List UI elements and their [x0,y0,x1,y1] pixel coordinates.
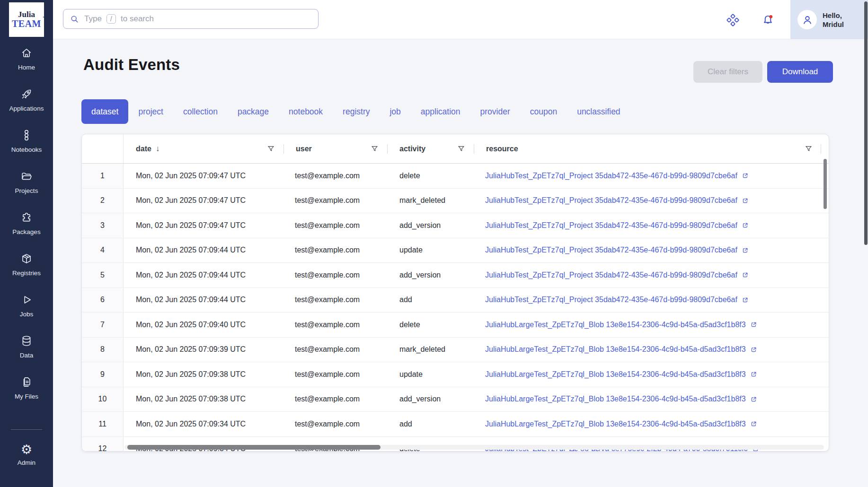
rocket-icon [20,88,33,102]
resource-link[interactable]: JuliaHubTest_ZpETz7ql_Project 35dab472-4… [485,172,737,180]
resource-link[interactable]: JuliaHubTest_ZpETz7ql_Project 35dab472-4… [485,246,737,254]
external-link-icon[interactable] [750,321,757,328]
page-title: Audit Events [83,56,180,74]
home-icon [20,47,33,61]
cell-date: Mon, 02 Jun 2025 07:09:47 UTC [124,189,283,213]
tab-registry[interactable]: registry [333,99,380,124]
table-row: 11 Mon, 02 Jun 2025 07:09:34 UTC test@ex… [82,412,829,437]
sidebar: Julia TEAM Home Applications Notebooks P… [0,0,53,487]
cell-resource: JuliaHubLargeTest_ZpETz7ql_Blob 13e8e154… [474,387,829,412]
resource-link[interactable]: JuliaHubLargeTest_ZpETz7ql_Blob 13e8e154… [485,370,746,379]
tab-job[interactable]: job [380,99,410,124]
cell-row-number: 11 [82,412,124,436]
sort-desc-icon[interactable] [156,144,160,154]
resource-link[interactable]: JuliaHubTest_ZpETz7ql_Project 35dab472-4… [485,296,737,304]
resource-link[interactable]: JuliaHubLargeTest_ZpETz7ql_Blob 13e8e154… [485,420,746,428]
table-row: 2 Mon, 02 Jun 2025 07:09:47 UTC test@exa… [82,189,829,214]
external-link-icon[interactable] [742,247,749,254]
resource-link[interactable]: JuliaHubTest_ZpETz7ql_Project 35dab472-4… [485,196,737,205]
cell-date: Mon, 02 Jun 2025 07:09:47 UTC [124,213,283,238]
user-icon [801,14,814,26]
cell-resource: JuliaHubTest_ZpETz7ql_Project 35dab472-4… [474,189,829,213]
filter-icon-resource[interactable] [805,145,813,153]
search-input[interactable]: Type / to search [63,9,319,29]
tab-collection[interactable]: collection [173,99,228,124]
cell-date: Mon, 02 Jun 2025 07:09:40 UTC [124,313,283,337]
sidebar-item-applications[interactable]: Applications [0,83,53,124]
resource-link[interactable]: JuliaHubTest_ZpETz7ql_Project 35dab472-4… [485,271,737,279]
filter-icon-user[interactable] [371,145,379,153]
tab-unclassified[interactable]: unclassified [567,99,630,124]
resource-link[interactable]: JuliaHubLargeTest_ZpETz7ql_Blob 13e8e154… [485,395,746,403]
resource-link[interactable]: JuliaHubTest_ZpETz7ql_Project 35dab472-4… [485,221,737,230]
external-link-icon[interactable] [750,371,757,378]
resource-link[interactable]: JuliaHubLargeTest_ZpETz7ql_Blob 13e8e154… [485,345,746,354]
table-vertical-scrollbar[interactable] [824,159,827,209]
sidebar-item-home[interactable]: Home [0,42,53,83]
apps-grid-icon [726,14,739,26]
cell-activity: update [387,362,474,387]
header-date[interactable]: date [124,134,283,163]
tab-notebook[interactable]: notebook [279,99,333,124]
external-link-icon[interactable] [742,296,749,304]
cell-user: test@example.com [283,189,387,213]
horizontal-scrollbar[interactable] [127,445,381,450]
sidebar-item-jobs[interactable]: Jobs [0,288,53,330]
header-activity[interactable]: activity [387,134,474,163]
table-body: 1 Mon, 02 Jun 2025 07:09:47 UTC test@exa… [82,164,829,452]
notifications-button[interactable] [759,11,776,28]
cell-row-number: 12 [82,437,124,452]
header-user-label: user [296,145,312,153]
user-menu[interactable]: Hello, Mridul [790,0,868,39]
cell-activity: delete [387,164,474,188]
cell-user: test@example.com [283,213,387,238]
tab-application[interactable]: application [411,99,470,124]
external-link-icon[interactable] [750,420,757,427]
external-link-icon[interactable] [750,346,757,353]
download-button[interactable]: Download [767,61,833,83]
cell-date: Mon, 02 Jun 2025 07:09:44 UTC [124,288,283,313]
cell-resource: JuliaHubLargeTest_ZpETz7ql_Blob 13e8e154… [474,362,829,387]
folder-icon [20,170,33,184]
external-link-icon[interactable] [742,197,749,204]
table-row: 9 Mon, 02 Jun 2025 07:09:38 UTC test@exa… [82,362,829,387]
external-link-icon[interactable] [750,396,757,403]
cell-row-number: 6 [82,288,124,313]
sidebar-item-registries[interactable]: Registries [0,247,53,288]
cell-row-number: 4 [82,238,124,263]
sidebar-item-my-files[interactable]: My Files [0,371,53,412]
filter-icon-activity[interactable] [457,145,465,153]
tab-dataset[interactable]: dataset [81,99,128,124]
table-row: 7 Mon, 02 Jun 2025 07:09:40 UTC test@exa… [82,313,829,338]
apps-menu-button[interactable] [724,11,741,28]
sidebar-item-packages[interactable]: Packages [0,206,53,247]
sidebar-item-projects[interactable]: Projects [0,165,53,206]
cell-row-number: 1 [82,164,124,188]
table-row: 3 Mon, 02 Jun 2025 07:09:47 UTC test@exa… [82,213,829,238]
sidebar-item-data[interactable]: Data [0,330,53,371]
sidebar-item-admin[interactable]: ⚙ Admin [18,438,35,479]
search-placeholder-suffix: to search [121,14,154,24]
clear-filters-button[interactable]: Clear filters [693,61,762,83]
sidebar-nav: Home Applications Notebooks Projects Pac… [0,42,53,412]
sidebar-item-notebooks[interactable]: Notebooks [0,124,53,165]
tab-coupon[interactable]: coupon [520,99,567,124]
external-link-icon[interactable] [742,172,749,179]
cell-row-number: 9 [82,362,124,387]
external-link-icon[interactable] [742,271,749,278]
cell-activity: mark_deleted [387,189,474,213]
filter-icon-date[interactable] [267,145,275,153]
logo-line-team: TEAM [12,19,41,29]
header-index [82,134,124,163]
julia-team-logo[interactable]: Julia TEAM [9,2,44,37]
header-user[interactable]: user [283,134,387,163]
tab-package[interactable]: package [228,99,279,124]
external-link-icon[interactable] [742,222,749,229]
header-resource[interactable]: resource [474,134,829,163]
tab-project[interactable]: project [128,99,173,124]
cell-date: Mon, 02 Jun 2025 07:09:47 UTC [124,164,283,188]
page-scrollbar[interactable] [864,1,868,245]
tab-provider[interactable]: provider [470,99,520,124]
logo-line-julia: Julia [18,10,35,19]
resource-link[interactable]: JuliaHubLargeTest_ZpETz7ql_Blob 13e8e154… [485,321,746,329]
